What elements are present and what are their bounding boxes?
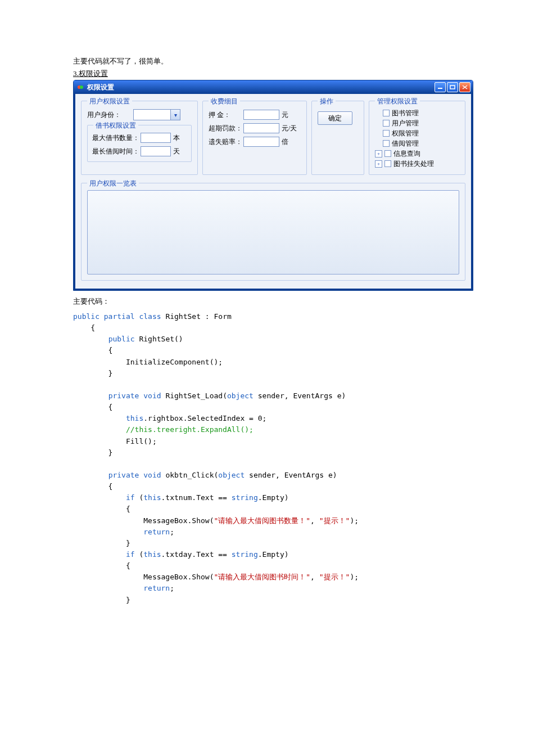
tree-checkbox[interactable]	[384, 160, 391, 167]
unit-times: 倍	[282, 137, 296, 147]
max-days-label: 最长借阅时间：	[92, 147, 138, 156]
tree-checkbox[interactable]	[383, 120, 390, 127]
unit-book: 本	[173, 133, 187, 143]
rights-list-canvas[interactable]	[87, 190, 459, 274]
tree-node[interactable]: 信息查询	[393, 148, 420, 159]
max-borrow-label: 最大借书数量：	[92, 133, 138, 143]
operation-group: 操作 确定	[311, 101, 364, 175]
user-right-group: 用户权限设置 用户身份： ▾ 借书权限设置 最大借书数量： 本 最长借	[81, 101, 198, 175]
tree-node[interactable]: 用户管理	[392, 118, 419, 128]
admin-right-legend: 管理权限设置	[375, 97, 420, 106]
app-icon	[76, 83, 85, 92]
close-button[interactable]	[459, 82, 470, 92]
ok-button[interactable]: 确定	[318, 111, 352, 125]
rights-list-group: 用户权限一览表	[81, 183, 465, 281]
deposit-label: 押 金：	[209, 110, 241, 120]
tree-node[interactable]: 借阅管理	[392, 138, 419, 148]
code-intro: 主要代码：	[73, 296, 461, 307]
overdue-label: 超期罚款：	[209, 124, 241, 133]
tree-node[interactable]: 权限管理	[392, 128, 419, 138]
tree-node[interactable]: 图书管理	[392, 108, 419, 118]
svg-rect-2	[438, 88, 442, 89]
rights-tree[interactable]: 图书管理 用户管理 权限管理 借阅管理 +信息查询 +图书挂失处理	[375, 108, 459, 169]
unit-day: 天	[173, 147, 187, 156]
chevron-down-icon[interactable]: ▾	[170, 110, 180, 120]
overdue-input[interactable]	[243, 123, 279, 133]
unit-yuan: 元	[282, 110, 296, 120]
borrow-right-legend: 借书权限设置	[93, 121, 138, 130]
tree-checkbox[interactable]	[384, 150, 391, 157]
rightset-window: 权限设置 用户权限设置 用户身份： ▾ 借书权限设	[73, 80, 473, 291]
admin-right-group: 管理权限设置 图书管理 用户管理 权限管理 借阅管理 +信息查询 +图书挂失处理	[369, 101, 465, 175]
user-role-combo[interactable]: ▾	[133, 109, 180, 120]
user-role-label: 用户身份：	[87, 110, 133, 120]
maximize-button[interactable]	[447, 82, 458, 92]
max-borrow-input[interactable]	[141, 133, 171, 143]
tree-checkbox[interactable]	[383, 130, 390, 137]
minimize-button[interactable]	[435, 82, 446, 92]
borrow-right-group: 借书权限设置 最大借书数量： 本 最长借阅时间： 天	[87, 125, 192, 162]
intro-line-1: 主要代码就不写了，很简单。	[73, 56, 461, 66]
code-block: public partial class RightSet : Form { p…	[73, 311, 461, 606]
unit-yuanperday: 元/天	[282, 124, 301, 133]
loss-rate-label: 遗失赔率：	[209, 137, 241, 147]
intro-section-title: 3.权限设置	[73, 69, 461, 79]
svg-point-1	[80, 86, 83, 89]
svg-rect-3	[450, 86, 455, 89]
loss-rate-input[interactable]	[243, 137, 279, 147]
window-title: 权限设置	[87, 83, 114, 92]
tree-checkbox[interactable]	[383, 140, 390, 147]
max-days-input[interactable]	[141, 146, 171, 156]
tree-node[interactable]: 图书挂失处理	[393, 159, 434, 169]
deposit-input[interactable]	[243, 110, 279, 120]
tree-expander-icon[interactable]: +	[375, 160, 382, 168]
titlebar: 权限设置	[74, 80, 473, 94]
tree-checkbox[interactable]	[383, 110, 390, 116]
operation-legend: 操作	[318, 97, 336, 106]
rights-list-legend: 用户权限一览表	[87, 179, 139, 188]
user-right-legend: 用户权限设置	[87, 97, 132, 106]
fee-group: 收费细目 押 金： 元 超期罚款： 元/天 遗失赔率： 倍	[202, 101, 307, 175]
fee-legend: 收费细目	[209, 97, 240, 106]
tree-expander-icon[interactable]: +	[375, 150, 382, 158]
